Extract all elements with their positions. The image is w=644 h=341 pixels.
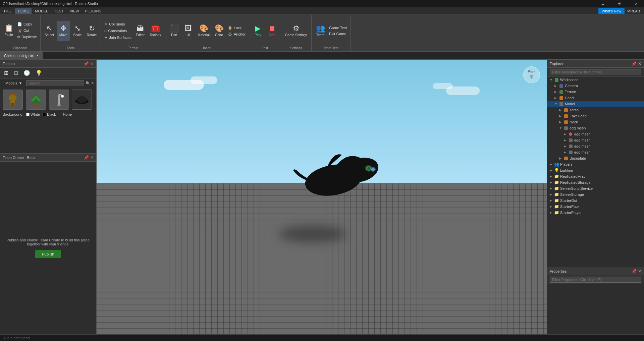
file-tab-close[interactable]: × <box>37 54 39 57</box>
model-thumb-4[interactable] <box>72 90 92 110</box>
file-tab[interactable]: Chiken testing.rbxl × <box>0 52 43 60</box>
move-button[interactable]: ✥ Move <box>57 21 70 41</box>
tree-expand-starter_pack[interactable]: ▶ <box>550 205 554 208</box>
model-thumb-2[interactable] <box>26 90 46 110</box>
explorer-pin-icon[interactable]: 📌 <box>632 61 637 66</box>
tree-item-egg_mesh_4[interactable]: ▶egg mesh <box>547 149 644 155</box>
tree-item-server_script_service[interactable]: ▶📁ServerScriptService <box>547 185 644 191</box>
properties-filter-input[interactable] <box>550 277 641 283</box>
toolbox-tab-recent[interactable]: 🕐 <box>22 69 32 77</box>
tree-item-fakehead[interactable]: ▶FakeHead <box>547 113 644 119</box>
tree-expand-camera[interactable]: ▶ <box>554 84 558 88</box>
properties-close-icon[interactable]: ✕ <box>638 269 641 274</box>
paste-button[interactable]: 📋 Paste <box>2 20 15 41</box>
tree-expand-fakehead[interactable]: ▶ <box>559 114 563 118</box>
lock-button[interactable]: 🔒 Lock <box>226 25 247 31</box>
tree-item-head[interactable]: ▶Head <box>547 95 644 101</box>
model-thumb-3[interactable] <box>49 90 69 110</box>
tree-expand-egg_mesh_1[interactable]: ▶ <box>564 132 568 136</box>
game-settings-button[interactable]: ⚙ Game Settings <box>283 21 309 41</box>
tree-item-egg_mesh_3[interactable]: ▶egg mesh <box>547 143 644 149</box>
toolbox-tab-grid[interactable]: ⊟ <box>12 69 19 77</box>
editor-button[interactable]: 🏔 Editor <box>133 21 147 41</box>
publish-button[interactable]: Publish <box>35 250 61 258</box>
tree-expand-baseplate[interactable]: ▶ <box>559 157 563 160</box>
explorer-filter-input[interactable] <box>550 69 641 75</box>
tree-item-egg_mesh_2[interactable]: ▶egg mesh <box>547 137 644 143</box>
tree-item-replicated_storage[interactable]: ▶📁ReplicatedStorage <box>547 179 644 185</box>
tree-expand-players[interactable]: ▶ <box>550 163 554 166</box>
menu-file[interactable]: FILE <box>1 8 14 14</box>
tree-expand-starter_gui[interactable]: ▶ <box>550 199 554 202</box>
team-create-close-icon[interactable]: ✕ <box>90 155 94 160</box>
menu-test[interactable]: TEST <box>51 8 66 14</box>
rotate-button[interactable]: ↻ Rotate <box>85 21 99 41</box>
ui-button[interactable]: 🖼 UI <box>181 21 195 41</box>
tree-item-egg_mesh_parent[interactable]: ▼egg mesh <box>547 125 644 131</box>
duplicate-button[interactable]: ⧉ Duplicate <box>16 34 38 40</box>
explorer-close-icon[interactable]: ✕ <box>638 61 641 66</box>
bg-none-option[interactable]: None <box>59 112 72 116</box>
bg-white-option[interactable]: White <box>26 112 40 116</box>
tree-item-replicated_first[interactable]: ▶📁ReplicatedFirst <box>547 173 644 179</box>
tree-expand-lighting[interactable]: ▶ <box>550 169 554 172</box>
collisions-toggle[interactable]: ✦ Collisions <box>103 21 133 27</box>
toolbox-button[interactable]: 🧰 Toolbox <box>148 21 163 41</box>
models-dropdown[interactable]: Models ▼ <box>3 80 25 87</box>
model-thumb-1[interactable] <box>3 90 23 110</box>
join-surfaces-toggle[interactable]: ✦ Join Surfaces <box>103 35 133 41</box>
anchor-button[interactable]: ⚓ Anchor <box>226 31 247 37</box>
team-create-pin-icon[interactable]: 📌 <box>84 155 89 160</box>
toolbox-close-icon[interactable]: ✕ <box>90 61 94 66</box>
toolbox-tab-light[interactable]: 💡 <box>34 69 44 77</box>
cut-button[interactable]: ✂️ Cut <box>16 28 38 34</box>
minimize-button[interactable]: 🗕 <box>595 0 610 7</box>
tree-expand-egg_mesh_4[interactable]: ▶ <box>564 151 568 154</box>
tree-item-server_storage[interactable]: ▶📁ServerStorage <box>547 191 644 197</box>
select-button[interactable]: ↖ Select <box>43 21 56 41</box>
menu-model[interactable]: MODEL <box>32 8 51 14</box>
search-input[interactable] <box>26 80 84 86</box>
tree-expand-terrain[interactable]: ▶ <box>554 90 558 94</box>
constraints-toggle[interactable]: □ Constraints <box>103 28 133 34</box>
menu-view[interactable]: VIEW <box>67 8 82 14</box>
exit-game-button[interactable]: Exit Game <box>328 31 348 37</box>
maximize-button[interactable]: 🗗 <box>612 0 627 7</box>
toolbox-pin-icon[interactable]: 📌 <box>84 61 89 66</box>
viewport[interactable]: Right ⊕ <box>97 60 547 334</box>
tree-item-workspace[interactable]: ▼Workspace <box>547 77 644 83</box>
color-button[interactable]: 🎨 Color <box>212 21 226 41</box>
scale-button[interactable]: ⤡ Scale <box>71 21 84 41</box>
tree-item-baseplate[interactable]: ▶Baseplate <box>547 155 644 161</box>
stop-button[interactable]: ⏹ Stop <box>265 21 279 41</box>
tree-expand-workspace[interactable]: ▼ <box>550 78 554 81</box>
tree-item-model[interactable]: ▼Model <box>547 101 644 107</box>
part-button[interactable]: ⬛ Part <box>167 21 181 41</box>
tree-item-torso[interactable]: ▶Torso <box>547 107 644 113</box>
tree-item-starter_player[interactable]: ▶📁StarterPlayer <box>547 210 644 216</box>
command-input-placeholder[interactable]: Run a command... <box>3 336 33 340</box>
tree-expand-neck[interactable]: ▶ <box>559 120 563 124</box>
close-button[interactable]: ✕ <box>629 0 644 7</box>
tree-expand-egg_mesh_parent[interactable]: ▼ <box>559 126 563 130</box>
tree-expand-starter_player[interactable]: ▶ <box>550 211 554 214</box>
toolbox-tab-models[interactable]: ⊞ <box>3 69 10 77</box>
tree-item-egg_mesh_1[interactable]: ▶egg mesh <box>547 131 644 137</box>
tree-expand-replicated_first[interactable]: ▶ <box>550 175 554 178</box>
tree-item-starter_gui[interactable]: ▶📁StarterGui <box>547 197 644 204</box>
menu-home[interactable]: HOME <box>15 8 32 14</box>
tree-item-lighting[interactable]: ▶💡Lighting <box>547 167 644 173</box>
tree-expand-head[interactable]: ▶ <box>554 96 558 100</box>
tree-item-starter_pack[interactable]: ▶📁StarterPack <box>547 204 644 210</box>
tree-expand-model[interactable]: ▼ <box>554 102 558 106</box>
material-button[interactable]: 🎨 Material <box>196 21 212 41</box>
game-test-button[interactable]: Game Test <box>328 25 348 31</box>
tree-expand-egg_mesh_3[interactable]: ▶ <box>564 145 568 148</box>
tree-expand-server_storage[interactable]: ▶ <box>550 193 554 196</box>
tree-item-neck[interactable]: ▶Neck <box>547 119 644 125</box>
tree-expand-egg_mesh_2[interactable]: ▶ <box>564 138 568 142</box>
copy-button[interactable]: 📄 Copy <box>16 21 38 27</box>
tree-expand-server_script_service[interactable]: ▶ <box>550 187 554 190</box>
tree-expand-replicated_storage[interactable]: ▶ <box>550 181 554 184</box>
tree-item-players[interactable]: ▶👥Players <box>547 161 644 167</box>
